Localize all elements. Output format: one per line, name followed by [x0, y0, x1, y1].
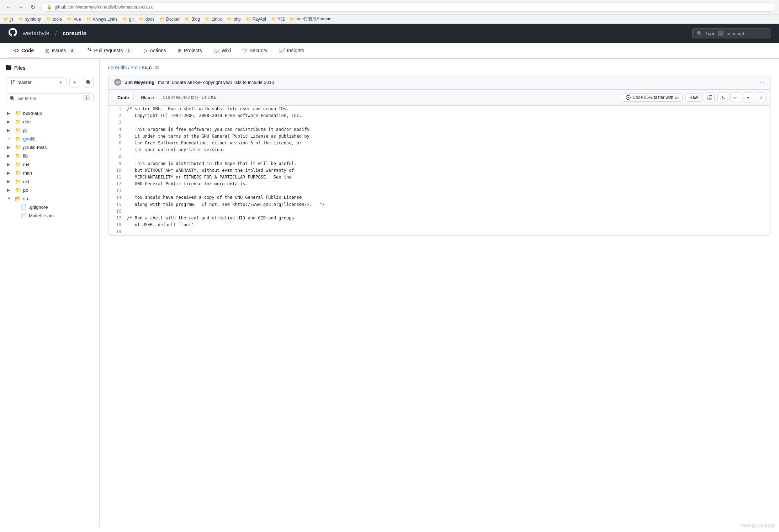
tree-item-src[interactable]: ▼ 📂 src: [6, 194, 94, 203]
tree-item-old[interactable]: ▶ 📁 old: [6, 177, 94, 186]
add-file-button[interactable]: +: [69, 77, 80, 87]
line-code: [126, 208, 770, 215]
github-logo[interactable]: [9, 28, 17, 39]
tree-item-man[interactable]: ▶ 📁 man: [6, 169, 94, 177]
bookmark-yii2[interactable]: 📁 Yii2: [271, 17, 285, 22]
table-row[interactable]: 18 of USER, default `root'.: [108, 222, 770, 228]
tab-wiki[interactable]: 📖 Wiki: [208, 43, 236, 58]
tree-item-gnulib-tests[interactable]: ▶ 📁 gnulib-tests: [6, 143, 94, 151]
commit-details-button[interactable]: ···: [760, 79, 764, 85]
table-row[interactable]: 11 MERCHANTABILITY or FITNESS FOR A PART…: [108, 174, 770, 181]
bookmark-js[interactable]: 📁 js: [4, 17, 14, 22]
folder-icon: 📁: [159, 17, 165, 22]
bookmark-tools[interactable]: 📁 tools: [46, 17, 62, 22]
tree-item-po[interactable]: ▶ 📁 po: [6, 186, 94, 194]
repo-owner[interactable]: wertarbyte: [23, 30, 49, 37]
code-container: Code Blame 518 lines (442 loc) · 14.2 KB…: [108, 90, 770, 236]
edit-button[interactable]: ✏: [730, 92, 740, 102]
tab-security[interactable]: 🛡 Security: [237, 43, 272, 58]
download-button[interactable]: [717, 92, 727, 102]
global-search[interactable]: 🔍 Type / to search: [692, 28, 770, 38]
svg-text:✦: ✦: [627, 96, 629, 99]
table-row[interactable]: 16: [108, 208, 770, 215]
copilot-button[interactable]: ✦ Code 55% faster with Gi: [622, 93, 683, 102]
table-row[interactable]: 5 it under the terms of the GNU General …: [108, 133, 770, 140]
folder-icon: 📁: [246, 17, 251, 22]
table-row[interactable]: 15 along with this program. If not, see …: [108, 201, 770, 208]
folder-icon: 📁: [15, 110, 21, 116]
search-files-button[interactable]: [83, 77, 94, 87]
table-row[interactable]: 19: [108, 228, 770, 235]
bookmark-docker[interactable]: 📁 Docker: [159, 17, 180, 22]
table-row[interactable]: 13: [108, 187, 770, 194]
table-row[interactable]: 2 Copyright (C) 1992-2006, 2008-2010 Fre…: [108, 112, 770, 119]
table-row[interactable]: 1/* su for GNU. Run a shell with substit…: [108, 106, 770, 112]
more-options-button[interactable]: ▾: [743, 92, 753, 102]
tree-label: man: [23, 170, 32, 176]
table-row[interactable]: 17/* Run a shell with the real and effec…: [108, 215, 770, 222]
main-layout: Files master ▾ + Go to file: [0, 59, 779, 527]
line-code: it under the terms of the GNU General Pu…: [126, 133, 770, 140]
actions-tab-icon: ▷: [144, 48, 148, 53]
tab-blame-view[interactable]: Blame: [137, 93, 159, 102]
tab-pull-requests[interactable]: Pull requests 1: [82, 43, 138, 58]
branch-selector[interactable]: master ▾: [6, 78, 67, 87]
breadcrumb-dir[interactable]: src: [131, 65, 138, 70]
chevron-right-icon: ▶: [7, 154, 13, 158]
back-button[interactable]: ←: [4, 2, 14, 12]
repo-name[interactable]: coreutils: [63, 30, 86, 37]
tab-actions[interactable]: ▷ Actions: [139, 43, 171, 58]
folder-icon: 📁: [290, 17, 295, 22]
table-row[interactable]: 4 This program is free software: you can…: [108, 126, 770, 133]
expand-button[interactable]: ⤢: [756, 92, 766, 102]
chevron-right-icon: ↗: [7, 137, 13, 141]
projects-tab-label: Projects: [184, 48, 202, 53]
watermark: CSDN @我是唐青枘: [740, 523, 775, 527]
table-row[interactable]: 7 (at your option) any later version.: [108, 147, 770, 153]
table-row[interactable]: 8: [108, 153, 770, 160]
tree-item-lib[interactable]: ▶ 📁 lib: [6, 151, 94, 160]
tab-projects[interactable]: ⊞ Projects: [173, 43, 207, 58]
tree-item-gnulib[interactable]: ↗ 📁 gnulib: [6, 134, 94, 143]
bookmark-git[interactable]: 📁 git: [122, 17, 134, 22]
tab-issues[interactable]: ◎ Issues 3: [40, 43, 80, 58]
copy-path-button[interactable]: ⧉: [155, 64, 159, 70]
bookmark-docs[interactable]: 📁 docs: [139, 17, 154, 22]
tree-item-doc[interactable]: ▶ 📁 doc: [6, 117, 94, 126]
folder-icon: 📁: [86, 17, 91, 22]
refresh-button[interactable]: ↻: [28, 2, 38, 12]
table-row[interactable]: 14 You should have received a copy of th…: [108, 194, 770, 201]
table-row[interactable]: 10 but WITHOUT ANY WARRANTY; without eve…: [108, 167, 770, 174]
table-row[interactable]: 3: [108, 119, 770, 126]
bookmark-vue[interactable]: 📁 Vue: [67, 17, 81, 22]
tree-item-build-aux[interactable]: ▶ 📁 build-aux: [6, 109, 94, 117]
bookmark-always-links[interactable]: 📁 Always Links: [86, 17, 117, 22]
bookmark-vue-android[interactable]: 📁 Vue打包成Android..: [290, 16, 334, 22]
bookmark-payapi[interactable]: 📁 PayApi: [246, 17, 266, 22]
raw-button[interactable]: Raw: [685, 93, 702, 102]
tree-item-gitignore[interactable]: 📄 .gitignore: [6, 203, 94, 211]
goto-file[interactable]: Go to file t: [6, 93, 94, 103]
breadcrumb-root[interactable]: coreutils: [108, 65, 127, 70]
tree-item-gl[interactable]: ▶ 📁 gl: [6, 126, 94, 134]
address-bar[interactable]: 🔒 github.com/wertarbyte/coreutils/blob/m…: [41, 2, 775, 12]
table-row[interactable]: 12 GNU General Public License for more d…: [108, 181, 770, 187]
tree-item-makefile-am[interactable]: 📄 Makefile.am: [6, 211, 94, 220]
tree-label: .gitignore: [29, 204, 48, 210]
table-row[interactable]: 6 the Free Software Foundation, either v…: [108, 140, 770, 147]
issues-badge: 3: [68, 48, 76, 53]
forward-button[interactable]: →: [16, 2, 26, 12]
bookmark-linux[interactable]: 📁 Linux: [205, 17, 222, 22]
bookmark-blog[interactable]: 📁 Blog: [185, 17, 200, 22]
bookmark-symfony[interactable]: 📁 symfony: [18, 17, 41, 22]
tab-code[interactable]: <> Code: [9, 43, 39, 58]
commit-author-name[interactable]: Jim Meyering: [125, 80, 154, 85]
tree-item-m4[interactable]: ▶ 📁 m4: [6, 160, 94, 169]
copy-raw-button[interactable]: [705, 92, 715, 102]
table-row[interactable]: 9 This program is distributed in the hop…: [108, 160, 770, 167]
goto-file-label: Go to file: [17, 96, 36, 101]
tab-code-view[interactable]: Code: [113, 93, 134, 102]
line-code: GNU General Public License for more deta…: [126, 181, 770, 187]
bookmark-php[interactable]: 📁 php: [227, 17, 241, 22]
tab-insights[interactable]: 📈 Insights: [274, 43, 309, 58]
